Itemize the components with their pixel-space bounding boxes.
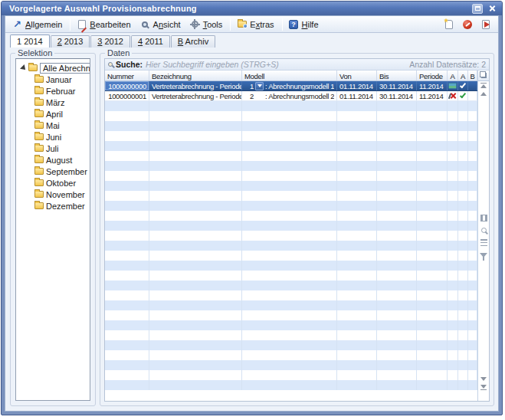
arrow-up-right-icon: ↗ bbox=[12, 19, 22, 29]
scroll-down-button[interactable] bbox=[479, 375, 489, 383]
grid-empty-row bbox=[105, 360, 477, 370]
column-header-periode[interactable]: Periode bbox=[417, 71, 448, 80]
restore-button[interactable] bbox=[472, 4, 483, 14]
menu-allgemein[interactable]: ↗ Allgemein bbox=[8, 18, 67, 31]
data-grid: Nummer Bezeichnung Modell Von Bis Period… bbox=[105, 71, 489, 401]
grid-empty-row bbox=[105, 350, 477, 360]
cell-modell: 2 : Abrechnungsmodell 2 bbox=[242, 91, 337, 100]
cell-bezeichnung: Vertreterabrechnung - Periode: 11.2014 bbox=[149, 81, 242, 90]
tree-item-november[interactable]: November bbox=[16, 189, 90, 200]
search-input[interactable]: Hier Suchbegriff eingeben (STRG+S) bbox=[146, 60, 406, 69]
menu-tools[interactable]: Tools bbox=[186, 18, 228, 31]
grid-empty-row bbox=[105, 161, 477, 171]
search-bar[interactable]: Suche: Hier Suchbegriff eingeben (STRG+S… bbox=[105, 59, 489, 71]
modell-dropdown-button[interactable] bbox=[255, 82, 264, 90]
menu-hilfe[interactable]: ? Hilfe bbox=[285, 18, 324, 31]
column-header-a1[interactable]: A bbox=[448, 71, 458, 80]
folder-icon bbox=[34, 110, 44, 117]
tree-item-februar[interactable]: Februar bbox=[16, 85, 90, 97]
search-label: Suche: bbox=[116, 60, 143, 69]
tree-item-dezember[interactable]: Dezember bbox=[16, 200, 90, 212]
grid-empty-row bbox=[105, 310, 477, 320]
scroll-bottom-button[interactable] bbox=[479, 383, 489, 392]
grid-empty-row bbox=[105, 290, 477, 300]
grid-empty-rows bbox=[105, 101, 477, 390]
new-document-button[interactable] bbox=[443, 18, 455, 31]
tab-2012[interactable]: 3 2012 bbox=[90, 35, 130, 48]
cell-bis: 30.11.2014 bbox=[377, 91, 417, 100]
grid-empty-row bbox=[105, 370, 477, 380]
tab-2011[interactable]: 4 2011 bbox=[131, 35, 170, 48]
selection-tree[interactable]: Alle Abrechnungen Januar Februar März Ap… bbox=[15, 58, 90, 401]
grid-empty-row bbox=[105, 330, 477, 340]
column-header-von[interactable]: Von bbox=[337, 71, 377, 80]
tree-item-oktober[interactable]: Oktober bbox=[16, 177, 90, 189]
menu-ansicht[interactable]: Ansicht bbox=[136, 18, 186, 31]
grid-header: Nummer Bezeichnung Modell Von Bis Period… bbox=[105, 71, 477, 81]
grid-empty-row bbox=[105, 101, 477, 111]
column-header-bis[interactable]: Bis bbox=[377, 71, 417, 80]
folder-icon bbox=[34, 156, 44, 163]
tree-item-april[interactable]: April bbox=[16, 108, 90, 120]
grid-empty-row bbox=[105, 111, 477, 121]
cell-b bbox=[468, 91, 477, 100]
title-bar[interactable]: Vorgelagerte Auswahl Provisionsabrechnun… bbox=[2, 2, 502, 15]
selektion-groupbox: Selektion Alle Abrechnungen Januar Febru… bbox=[10, 53, 96, 406]
tab-archiv[interactable]: B Archiv bbox=[171, 35, 215, 48]
cell-periode: 11.2014 bbox=[417, 91, 448, 100]
grid-search-button[interactable] bbox=[479, 226, 489, 235]
arrow-up-icon bbox=[480, 92, 487, 96]
tree-item-september[interactable]: September bbox=[16, 166, 90, 177]
filter-button[interactable] bbox=[479, 251, 489, 259]
search-icon bbox=[108, 62, 113, 67]
menu-label: Hilfe bbox=[302, 20, 319, 29]
grid-corner-button[interactable] bbox=[478, 71, 489, 81]
tree-item-maerz[interactable]: März bbox=[16, 97, 90, 108]
menu-separator bbox=[230, 18, 231, 31]
close-button[interactable] bbox=[487, 4, 497, 14]
grid-empty-row bbox=[105, 231, 477, 241]
column-header-modell[interactable]: Modell bbox=[242, 71, 337, 80]
record-count: Anzahl Datensätze: 2 bbox=[409, 60, 486, 69]
scroll-top-button[interactable] bbox=[479, 81, 489, 90]
exit-button[interactable] bbox=[480, 18, 492, 31]
daten-caption: Daten bbox=[105, 48, 132, 57]
menu-extras[interactable]: Extras bbox=[233, 18, 279, 31]
app-window: Vorgelagerte Auswahl Provisionsabrechnun… bbox=[1, 1, 503, 415]
column-header-a2[interactable]: A bbox=[458, 71, 468, 80]
tree-item-juli[interactable]: Juli bbox=[16, 143, 90, 154]
grid-empty-row bbox=[105, 300, 477, 310]
menu-bar: ↗ Allgemein Bearbeiten Ansicht Tools bbox=[5, 16, 498, 33]
exit-document-icon bbox=[482, 20, 490, 29]
menu-bearbeiten[interactable]: Bearbeiten bbox=[73, 18, 136, 31]
folder-open-icon bbox=[28, 64, 38, 71]
tab-2013[interactable]: 2 2013 bbox=[51, 35, 90, 48]
chevron-down-icon bbox=[257, 84, 262, 87]
tree-root-alle-abrechnungen[interactable]: Alle Abrechnungen bbox=[16, 62, 90, 74]
tree-item-mai[interactable]: Mai bbox=[16, 120, 90, 131]
folder-badge-icon bbox=[237, 19, 247, 29]
column-header-b[interactable]: B bbox=[468, 71, 477, 80]
folder-icon bbox=[34, 145, 44, 152]
grid-row[interactable]: 1000000001 Vertreterabrechnung - Periode… bbox=[105, 91, 477, 101]
abort-button[interactable] bbox=[461, 18, 474, 31]
cell-a1 bbox=[448, 81, 458, 90]
tree-item-januar[interactable]: Januar bbox=[16, 74, 90, 85]
tree-item-juni[interactable]: Juni bbox=[16, 131, 90, 143]
expander-icon[interactable] bbox=[20, 64, 28, 72]
selektion-caption: Selektion bbox=[15, 48, 54, 57]
tree-item-august[interactable]: August bbox=[16, 154, 90, 166]
column-chooser-button[interactable] bbox=[479, 214, 489, 222]
scroll-up-button[interactable] bbox=[479, 90, 489, 98]
cell-nummer: 1000000000 bbox=[105, 81, 149, 90]
folder-icon bbox=[34, 87, 44, 94]
tab-strip: 1 2014 2 2013 3 2012 4 2011 B Archiv bbox=[5, 33, 498, 48]
summary-button[interactable] bbox=[479, 238, 489, 247]
column-header-bezeichnung[interactable]: Bezeichnung bbox=[149, 71, 242, 80]
cell-a1 bbox=[448, 91, 458, 100]
magnifier-icon bbox=[481, 228, 487, 233]
grid-row-selected[interactable]: 1000000000 Vertreterabrechnung - Periode… bbox=[105, 81, 477, 91]
tab-2014[interactable]: 1 2014 bbox=[10, 34, 50, 48]
column-header-nummer[interactable]: Nummer bbox=[105, 71, 149, 80]
cell-nummer: 1000000001 bbox=[105, 91, 149, 100]
